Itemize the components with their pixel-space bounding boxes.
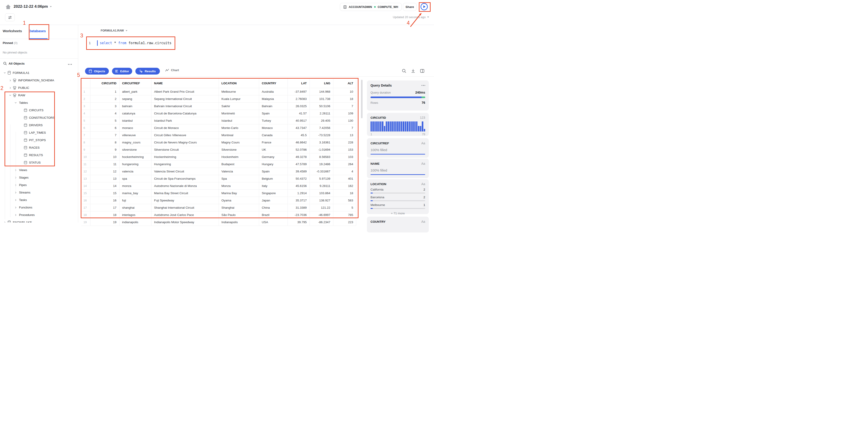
tab-results[interactable]: Results bbox=[135, 68, 160, 74]
column-header-name[interactable]: NAME bbox=[151, 79, 219, 88]
chevron-right-icon[interactable] bbox=[14, 214, 17, 216]
search-results-button[interactable] bbox=[402, 69, 407, 74]
tree-item-stages[interactable]: Stages bbox=[0, 174, 78, 181]
sql-text: * bbox=[112, 41, 118, 45]
filled-percent: 100% filled bbox=[371, 148, 425, 152]
table-scrollbar[interactable] bbox=[361, 80, 363, 118]
tree-item-races[interactable]: RACES bbox=[0, 144, 78, 151]
column-header-circuitid[interactable]: CIRCUITID bbox=[90, 79, 119, 88]
tree-item-formula1[interactable]: FORMULA1 bbox=[0, 69, 78, 77]
tree-item-results[interactable]: RESULTS bbox=[0, 151, 78, 159]
table-cell: Indianapolis Motor Speedway bbox=[151, 218, 219, 222]
tree-item-information_schema[interactable]: INFORMATION_SCHEMA bbox=[0, 77, 78, 84]
table-row[interactable]: 88magny_coursCircuit de Nevers Magny-Cou… bbox=[81, 139, 356, 146]
table-cell: 52.0786 bbox=[287, 146, 310, 153]
tree-item-pipes[interactable]: Pipes bbox=[0, 181, 78, 189]
session-context-selector[interactable]: ACCOUNTADMIN COMPUTE_WH bbox=[340, 3, 402, 11]
editor-context-selector[interactable]: FORMULA1.RAW bbox=[101, 29, 127, 32]
updated-dropdown[interactable]: Updated 20 seconds ago bbox=[393, 15, 429, 19]
column-header-lat[interactable]: LAT bbox=[287, 79, 310, 88]
table-row[interactable]: 1919indianapolisIndianapolis Motor Speed… bbox=[81, 218, 356, 222]
tab-objects[interactable]: Objects bbox=[85, 68, 109, 74]
row-number-cell: 4 bbox=[81, 110, 90, 117]
toggle-panel-button[interactable] bbox=[420, 69, 425, 74]
table-cell: 31.3389 bbox=[287, 204, 310, 211]
show-more-values[interactable]: + 71 more bbox=[371, 212, 425, 215]
tree-item-functions[interactable]: Functions bbox=[0, 204, 78, 211]
query-details-menu-button[interactable] bbox=[422, 85, 425, 86]
column-header-circuitref[interactable]: CIRCUITREF bbox=[119, 79, 151, 88]
table-row[interactable]: 44catalunyaCircuit de Barcelona-Cataluny… bbox=[81, 110, 356, 117]
table-row[interactable]: 22sepangSepang International CircuitKual… bbox=[81, 95, 356, 102]
table-cell: albert_park bbox=[119, 88, 151, 95]
chevron-down-icon[interactable] bbox=[14, 102, 17, 104]
column-header-rownum[interactable] bbox=[81, 79, 90, 88]
tree-item-raw[interactable]: RAW bbox=[0, 92, 78, 99]
chevron-right-icon[interactable] bbox=[9, 79, 12, 81]
chevron-right-icon[interactable] bbox=[14, 192, 17, 194]
chevron-down-icon[interactable] bbox=[9, 95, 12, 96]
home-icon[interactable] bbox=[5, 4, 11, 10]
table-row[interactable]: 1515marina_bayMarina Bay Street CircuitM… bbox=[81, 190, 356, 197]
value-frequency-row[interactable]: Barcelona 2 bbox=[371, 196, 425, 201]
table-cell: 45.6156 bbox=[287, 182, 310, 190]
table-row[interactable]: 77villeneuveCircuit Gilles VilleneuveMon… bbox=[81, 131, 356, 139]
filters-button[interactable] bbox=[5, 13, 15, 21]
table-row[interactable]: 99silverstoneSilverstone CircuitSilverst… bbox=[81, 146, 356, 153]
tab-chart[interactable]: Chart bbox=[165, 68, 179, 72]
value-frequency-row[interactable]: California 2 bbox=[371, 188, 425, 194]
tree-item-tables[interactable]: Tables bbox=[0, 99, 78, 106]
sql-editor-line[interactable]: 1 select * from formula1.raw.circuits bbox=[87, 40, 172, 46]
chevron-down-icon[interactable] bbox=[3, 72, 6, 74]
column-header-lng[interactable]: LNG bbox=[310, 79, 333, 88]
table-cell: 7 bbox=[333, 102, 356, 110]
updated-text: Updated 20 seconds ago bbox=[393, 15, 426, 19]
table-row[interactable]: 1010hockenheimringHockenheimringHockenhe… bbox=[81, 153, 356, 161]
tree-item-status[interactable]: STATUS bbox=[0, 159, 78, 166]
tree-item-drivers[interactable]: DRIVERS bbox=[0, 122, 78, 129]
tab-worksheets[interactable]: Worksheets bbox=[3, 29, 22, 33]
worksheet-title[interactable]: 2022-12-22 4:06pm bbox=[13, 4, 52, 9]
table-cell: valencia bbox=[119, 168, 151, 175]
tree-item-tasks[interactable]: Tasks bbox=[0, 196, 78, 204]
tree-item-views[interactable]: Views bbox=[0, 166, 78, 174]
column-header-location[interactable]: LOCATION bbox=[219, 79, 259, 88]
tree-item-pit_stops[interactable]: PIT_STOPS bbox=[0, 136, 78, 144]
tab-databases[interactable]: Databases bbox=[29, 29, 46, 33]
share-button[interactable]: Share bbox=[403, 3, 416, 11]
tree-item-lap_times[interactable]: LAP_TIMES bbox=[0, 129, 78, 136]
tree-item-public[interactable]: PUBLIC bbox=[0, 84, 78, 92]
table-row[interactable]: 1313spaCircuit de Spa-FrancorchampsSpaBe… bbox=[81, 175, 356, 182]
table-row[interactable]: 1212valenciaValencia Street CircuitValen… bbox=[81, 168, 356, 175]
tree-item-streams[interactable]: Streams bbox=[0, 189, 78, 196]
table-cell: 18 bbox=[333, 190, 356, 197]
chevron-right-icon[interactable] bbox=[9, 87, 12, 89]
table-row[interactable]: 1717shanghaiShanghai International Circu… bbox=[81, 204, 356, 211]
tree-item-constructors[interactable]: CONSTRUCTORS bbox=[0, 114, 78, 122]
chevron-right-icon[interactable] bbox=[14, 199, 17, 201]
tree-item-procedures[interactable]: Procedures bbox=[0, 211, 78, 219]
histogram-bar bbox=[374, 122, 376, 131]
column-header-alt[interactable]: ALT bbox=[333, 79, 356, 88]
tab-editor[interactable]: Editor bbox=[112, 68, 132, 74]
rows-label: Rows bbox=[371, 101, 378, 104]
table-row[interactable]: 1414monzaAutodromo Nazionale di MonzaMon… bbox=[81, 182, 356, 190]
chevron-right-icon[interactable] bbox=[3, 221, 6, 223]
value-frequency-row[interactable]: Melbourne 1 bbox=[371, 203, 425, 209]
column-header-country[interactable]: COUNTRY bbox=[259, 79, 287, 88]
table-row[interactable]: 33bahrainBahrain International CircuitSa… bbox=[81, 102, 356, 110]
table-row[interactable]: 1616fujiFuji SpeedwayOyamaJapan35.371713… bbox=[81, 197, 356, 204]
object-search-row[interactable]: All Objects bbox=[0, 59, 78, 69]
table-row[interactable]: 11albert_parkAlbert Park Grand Prix Circ… bbox=[81, 88, 356, 95]
tree-item-snowflake[interactable]: SNOWFLAKE bbox=[0, 219, 78, 222]
table-row[interactable]: 1818interlagosAutódromo José Carlos Pace… bbox=[81, 211, 356, 218]
tree-item-circuits[interactable]: CIRCUITS bbox=[0, 106, 78, 114]
table-row[interactable]: 55istanbulIstanbul ParkIstanbulTurkey40.… bbox=[81, 117, 356, 124]
run-query-button[interactable] bbox=[420, 3, 428, 11]
table-row[interactable]: 66monacoCircuit de MonacoMonte-CarloMona… bbox=[81, 124, 356, 131]
download-results-button[interactable] bbox=[411, 69, 416, 74]
chevron-right-icon[interactable] bbox=[14, 206, 17, 209]
table-row[interactable]: 1111hungaroringHungaroringBudapestHungar… bbox=[81, 161, 356, 168]
row-number-cell: 10 bbox=[81, 153, 90, 161]
objects-menu-button[interactable] bbox=[68, 64, 72, 65]
